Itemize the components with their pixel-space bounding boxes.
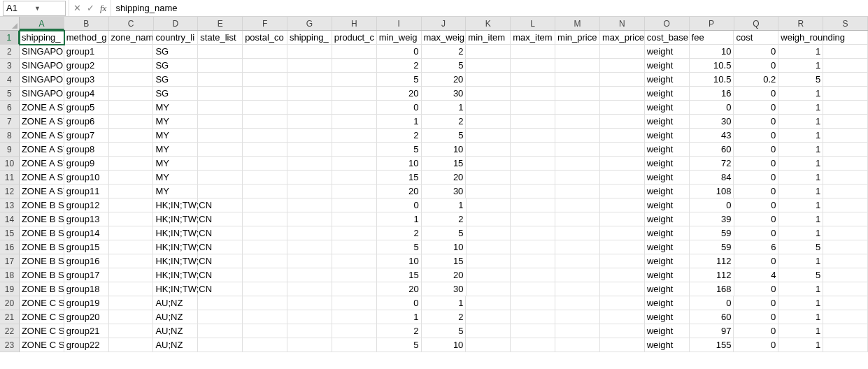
row-header-1[interactable]: 1 <box>0 31 20 45</box>
cell-P10[interactable]: 72 <box>690 157 734 171</box>
column-header-O[interactable]: O <box>645 17 690 30</box>
cell-D16[interactable]: HK;IN;TW;CN <box>153 240 198 254</box>
cell-H7[interactable] <box>332 115 377 129</box>
column-header-A[interactable]: A <box>20 17 64 30</box>
cell-F12[interactable] <box>243 184 287 198</box>
row-header-2[interactable]: 2 <box>0 45 20 59</box>
cell-B13[interactable]: group12 <box>64 198 109 212</box>
column-header-E[interactable]: E <box>198 17 243 30</box>
cell-P14[interactable]: 39 <box>690 212 734 226</box>
cell-A12[interactable]: ZONE A ST <box>20 184 64 198</box>
cell-S22[interactable] <box>823 324 868 338</box>
cell-N11[interactable] <box>600 171 645 184</box>
row-header-19[interactable]: 19 <box>0 282 20 296</box>
cell-E21[interactable] <box>198 310 243 324</box>
cell-A13[interactable]: ZONE B ST <box>20 198 64 212</box>
cell-K10[interactable] <box>466 157 511 171</box>
row-header-23[interactable]: 23 <box>0 338 20 352</box>
cancel-icon[interactable]: ✕ <box>73 3 81 13</box>
cell-S18[interactable] <box>823 268 868 282</box>
cell-K7[interactable] <box>466 115 511 129</box>
cell-N4[interactable] <box>600 73 645 87</box>
cell-Q7[interactable]: 0 <box>734 115 778 129</box>
cell-L10[interactable] <box>511 157 555 171</box>
cell-S3[interactable] <box>823 59 868 73</box>
column-header-L[interactable]: L <box>511 17 555 30</box>
cell-Q19[interactable]: 0 <box>734 282 779 296</box>
cell-R9[interactable]: 1 <box>778 143 823 157</box>
cell-S11[interactable] <box>823 171 868 184</box>
cell-C9[interactable] <box>109 143 154 157</box>
cell-I17[interactable]: 10 <box>377 254 422 268</box>
cell-I8[interactable]: 2 <box>377 129 422 143</box>
cell-O14[interactable]: weight <box>645 212 690 226</box>
column-header-M[interactable]: M <box>555 17 600 30</box>
cell-G18[interactable] <box>287 268 332 282</box>
cell-M23[interactable] <box>555 338 600 352</box>
cell-S6[interactable] <box>823 101 868 115</box>
column-header-C[interactable]: C <box>109 17 154 30</box>
cell-N15[interactable] <box>600 226 645 240</box>
cell-O17[interactable]: weight <box>645 254 690 268</box>
cell-F20[interactable] <box>243 296 287 310</box>
cell-B10[interactable]: group9 <box>64 157 109 171</box>
cell-M15[interactable] <box>555 226 600 240</box>
cell-L13[interactable] <box>511 198 555 212</box>
cell-C4[interactable] <box>109 73 154 87</box>
cell-O8[interactable]: weight <box>645 129 690 143</box>
column-header-R[interactable]: R <box>778 17 823 30</box>
cell-H8[interactable] <box>332 129 377 143</box>
cell-L7[interactable] <box>511 115 555 129</box>
cell-H15[interactable] <box>332 226 377 240</box>
cell-M5[interactable] <box>555 87 600 101</box>
cell-O6[interactable]: weight <box>645 101 690 115</box>
cell-C1[interactable]: zone_nam <box>109 31 154 45</box>
cell-I4[interactable]: 5 <box>377 73 422 87</box>
cell-P1[interactable]: fee <box>690 31 734 45</box>
cell-H5[interactable] <box>332 87 377 101</box>
cell-J17[interactable]: 15 <box>422 254 467 268</box>
cell-N10[interactable] <box>600 157 645 171</box>
cell-L14[interactable] <box>511 212 555 226</box>
cell-M16[interactable] <box>555 240 600 254</box>
cell-H11[interactable] <box>332 171 377 184</box>
cell-L16[interactable] <box>511 240 555 254</box>
cell-P19[interactable]: 168 <box>690 282 734 296</box>
cell-L18[interactable] <box>511 268 555 282</box>
cell-N18[interactable] <box>600 268 645 282</box>
cell-K6[interactable] <box>466 101 511 115</box>
cell-B15[interactable]: group14 <box>64 226 109 240</box>
cell-C18[interactable] <box>109 268 154 282</box>
cell-S7[interactable] <box>823 115 868 129</box>
cell-O10[interactable]: weight <box>645 157 690 171</box>
cell-A9[interactable]: ZONE A ST <box>20 143 64 157</box>
cell-J16[interactable]: 10 <box>422 240 467 254</box>
cell-S17[interactable] <box>823 254 868 268</box>
fx-icon[interactable]: fx <box>100 3 106 14</box>
cell-F8[interactable] <box>243 129 287 143</box>
cell-B2[interactable]: group1 <box>64 45 109 59</box>
cell-S12[interactable] <box>823 184 868 198</box>
cell-K4[interactable] <box>466 73 511 87</box>
cell-N14[interactable] <box>600 212 645 226</box>
cell-C23[interactable] <box>109 338 154 352</box>
cell-N19[interactable] <box>600 282 645 296</box>
cell-K5[interactable] <box>466 87 511 101</box>
row-header-20[interactable]: 20 <box>0 296 20 310</box>
cell-J13[interactable]: 1 <box>422 198 467 212</box>
row-header-6[interactable]: 6 <box>0 101 20 115</box>
cell-E9[interactable] <box>198 143 243 157</box>
cell-L1[interactable]: max_item <box>511 31 555 45</box>
cell-S15[interactable] <box>823 226 868 240</box>
cell-P5[interactable]: 16 <box>690 87 734 101</box>
column-header-D[interactable]: D <box>154 17 199 30</box>
cell-G4[interactable] <box>287 73 332 87</box>
cell-J22[interactable]: 5 <box>422 324 467 338</box>
cell-B19[interactable]: group18 <box>64 282 109 296</box>
cell-O20[interactable]: weight <box>645 296 690 310</box>
cell-H10[interactable] <box>332 157 377 171</box>
row-header-13[interactable]: 13 <box>0 198 20 212</box>
cell-Q23[interactable]: 0 <box>734 338 778 352</box>
cell-I1[interactable]: min_weig <box>377 31 422 45</box>
cell-I20[interactable]: 0 <box>377 296 422 310</box>
